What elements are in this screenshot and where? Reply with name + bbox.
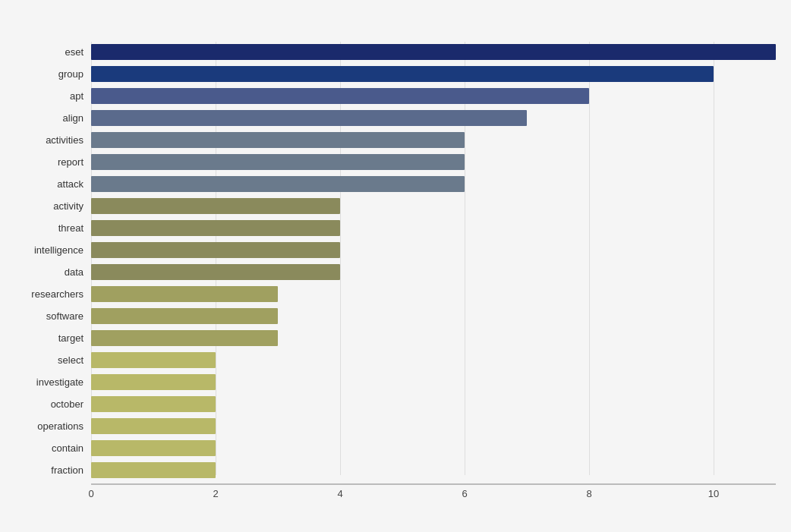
bar-fill [91, 396, 216, 412]
bar-row: group [8, 64, 776, 84]
bar-row: apt [8, 86, 776, 106]
bar-track [91, 44, 776, 60]
bar-fill [91, 110, 527, 126]
bar-track [91, 88, 776, 104]
bar-label: attack [8, 178, 91, 190]
bar-track [91, 176, 776, 192]
bar-row: operations [8, 416, 776, 436]
x-axis: 0246810 [91, 483, 776, 502]
bar-fill [91, 308, 278, 324]
bar-row: eset [8, 42, 776, 62]
bar-row: activities [8, 130, 776, 150]
bar-label: software [8, 310, 91, 322]
bar-track [91, 330, 776, 346]
bar-row: intelligence [8, 240, 776, 260]
bar-label: target [8, 332, 91, 344]
bar-fill [91, 154, 465, 170]
bar-fill [91, 374, 216, 390]
bar-label: apt [8, 90, 91, 102]
bar-fill [91, 176, 465, 192]
bar-label: contain [8, 442, 91, 454]
bar-track [91, 154, 776, 170]
x-tick: 4 [337, 488, 342, 499]
bar-fill [91, 462, 216, 478]
bar-track [91, 286, 776, 302]
bar-track [91, 132, 776, 148]
bar-rows: esetgroupaptalignactivitiesreportattacka… [8, 42, 776, 480]
bar-fill [91, 418, 216, 434]
bar-track [91, 198, 776, 214]
x-tick: 10 [708, 488, 719, 499]
bar-label: operations [8, 420, 91, 432]
bar-label: group [8, 68, 91, 80]
bar-row: align [8, 108, 776, 128]
bar-fill [91, 220, 340, 236]
bar-label: align [8, 112, 91, 124]
bar-label: researchers [8, 288, 91, 300]
bar-label: eset [8, 46, 91, 58]
bar-fill [91, 352, 216, 368]
bar-fill [91, 264, 340, 280]
bar-label: intelligence [8, 244, 91, 256]
bar-row: software [8, 306, 776, 326]
bar-fill [91, 330, 278, 346]
bar-row: target [8, 328, 776, 348]
bar-row: researchers [8, 284, 776, 304]
bar-label: report [8, 156, 91, 168]
x-tick: 8 [586, 488, 591, 499]
bar-track [91, 220, 776, 236]
bar-fill [91, 132, 465, 148]
bar-label: threat [8, 222, 91, 234]
bar-fill [91, 44, 776, 60]
bar-label: activities [8, 134, 91, 146]
bar-row: investigate [8, 372, 776, 392]
bar-track [91, 264, 776, 280]
bar-track [91, 308, 776, 324]
bar-label: fraction [8, 464, 91, 476]
bar-fill [91, 440, 216, 456]
bar-label: data [8, 266, 91, 278]
x-tick: 6 [462, 488, 467, 499]
bar-track [91, 418, 776, 434]
bar-row: select [8, 350, 776, 370]
bar-row: report [8, 152, 776, 172]
bar-track [91, 110, 776, 126]
bar-track [91, 242, 776, 258]
bar-label: october [8, 398, 91, 410]
bar-label: investigate [8, 376, 91, 388]
bar-track [91, 352, 776, 368]
chart-container: esetgroupaptalignactivitiesreportattacka… [0, 0, 791, 532]
bar-track [91, 440, 776, 456]
bar-fill [91, 286, 278, 302]
bar-row: threat [8, 218, 776, 238]
bar-row: data [8, 262, 776, 282]
bar-row: contain [8, 438, 776, 458]
bars-area: esetgroupaptalignactivitiesreportattacka… [8, 42, 776, 475]
x-tick: 0 [88, 488, 93, 499]
bar-row: fraction [8, 460, 776, 480]
bar-fill [91, 242, 340, 258]
bar-track [91, 462, 776, 478]
x-ticks: 0246810 [91, 485, 776, 502]
x-tick: 2 [213, 488, 218, 499]
bar-fill [91, 88, 589, 104]
bar-fill [91, 198, 340, 214]
bar-row: attack [8, 174, 776, 194]
bar-label: activity [8, 200, 91, 212]
bar-track [91, 374, 776, 390]
bar-row: october [8, 394, 776, 414]
bar-row: activity [8, 196, 776, 216]
bar-label: select [8, 354, 91, 366]
bar-track [91, 66, 776, 82]
bar-track [91, 396, 776, 412]
bar-fill [91, 66, 714, 82]
